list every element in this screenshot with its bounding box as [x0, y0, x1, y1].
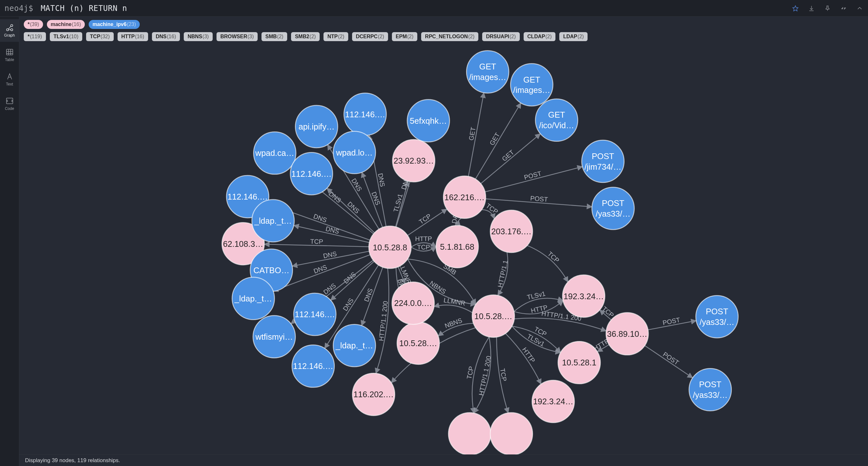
- graph-node[interactable]: 116.202.…: [352, 373, 395, 415]
- graph-edge-label: TCP: [499, 368, 508, 382]
- node-label-row: *(39)machine(16)machine_ipv6(23): [24, 20, 864, 29]
- graph-node[interactable]: 10.5.28.1: [558, 341, 600, 384]
- graph-edge-label: TCP: [547, 250, 561, 264]
- graph-edge-label: HTTP: [415, 235, 432, 242]
- node-label-tag[interactable]: machine(16): [47, 20, 85, 29]
- relationship-type-tag[interactable]: DCERPC(2): [352, 32, 388, 41]
- svg-point-75: [232, 278, 275, 320]
- sidebar-item-graph[interactable]: Graph: [0, 19, 19, 42]
- relationship-type-tag[interactable]: SMB(2): [261, 32, 287, 41]
- sidebar-item-text[interactable]: Text: [0, 68, 19, 91]
- favorite-icon[interactable]: [792, 4, 799, 12]
- status-bar: Displaying 39 nodes, 119 relationships.: [19, 455, 868, 466]
- relationship-type-tag[interactable]: SMB2(2): [291, 32, 320, 41]
- relationship-type-tag[interactable]: HTTP(16): [118, 32, 148, 41]
- svg-point-77: [293, 293, 336, 336]
- graph-node[interactable]: GET/images…: [466, 51, 509, 93]
- svg-point-3: [10, 29, 13, 31]
- graph-edge[interactable]: [458, 218, 462, 226]
- graph-node[interactable]: 112.146.…: [290, 152, 333, 195]
- graph-node[interactable]: POST/jim734/…: [582, 140, 624, 182]
- graph-edge[interactable]: [514, 318, 606, 331]
- sidebar-item-table[interactable]: Table: [0, 44, 19, 66]
- relationship-type-tag[interactable]: NBNS(3): [184, 32, 213, 41]
- graph-node[interactable]: 162.216.…: [443, 176, 486, 219]
- relationship-type-tag[interactable]: DRSUAPI(2): [482, 32, 520, 41]
- graph-node[interactable]: 36.89.10…: [606, 313, 648, 355]
- graph-canvas[interactable]: DNSDNSDNSDNSDNSDNSDNSTCPDNSDNSDNSDNSDNSD…: [19, 42, 868, 455]
- svg-point-79: [253, 316, 296, 358]
- sidebar-item-label: Graph: [4, 33, 15, 38]
- graph-node[interactable]: POST/yas33/…: [696, 296, 738, 338]
- svg-point-45: [582, 140, 624, 182]
- status-text: Displaying 39 nodes, 119 relationships.: [25, 457, 120, 464]
- svg-point-34: [448, 413, 491, 455]
- graph-edge-label: DNS: [325, 225, 340, 235]
- graph-node[interactable]: GET/images…: [510, 64, 553, 106]
- graph-node[interactable]: 112.146.…: [292, 345, 334, 387]
- graph-node[interactable]: 10.5.28.…: [472, 295, 515, 338]
- svg-point-65: [253, 132, 296, 174]
- sidebar-item-label: Code: [5, 106, 14, 111]
- query-text[interactable]: MATCH (n) RETURN n: [41, 4, 127, 13]
- relationship-type-tag[interactable]: DNS(16): [152, 32, 180, 41]
- collapse-icon[interactable]: [840, 4, 847, 12]
- relationship-type-tag[interactable]: EPM(2): [392, 32, 417, 41]
- svg-point-42: [535, 99, 578, 141]
- graph-node[interactable]: 192.3.24…: [532, 380, 575, 423]
- relationship-type-tag[interactable]: NTP(2): [323, 32, 348, 41]
- result-view-sidebar: Graph Table Text Code: [0, 17, 19, 466]
- graph-edge[interactable]: [434, 305, 472, 313]
- relationship-type-tag[interactable]: BROWSER(3): [217, 32, 258, 41]
- graph-node[interactable]: 10.5.28.8: [369, 226, 411, 268]
- graph-node[interactable]: 23.92.93…: [393, 140, 435, 182]
- relationship-type-tag[interactable]: TLSv1(10): [50, 32, 82, 41]
- svg-point-54: [689, 369, 732, 411]
- relationship-type-tag[interactable]: LDAP(2): [559, 32, 588, 41]
- graph-node[interactable]: 112.146.…: [344, 93, 386, 136]
- graph-node[interactable]: api.ipify…: [295, 106, 338, 148]
- graph-node[interactable]: 192.3.24…: [562, 275, 605, 317]
- node-label-tag[interactable]: *(39): [24, 20, 43, 29]
- relationship-type-tag[interactable]: RPC_NETLOGON(2): [421, 32, 478, 41]
- graph-node[interactable]: POST/yas33/…: [689, 369, 732, 411]
- graph-edge[interactable]: [527, 245, 568, 282]
- graph-node[interactable]: [448, 413, 491, 455]
- pin-icon[interactable]: [824, 4, 831, 12]
- relationship-type-tag[interactable]: *(119): [24, 32, 46, 41]
- node-label-tag[interactable]: machine_ipv6(23): [89, 20, 140, 29]
- graph-node[interactable]: wtfismyi…: [253, 316, 296, 358]
- graph-node[interactable]: 224.0.0.…: [392, 282, 434, 324]
- filter-bar: *(39)machine(16)machine_ipv6(23) *(119)T…: [19, 17, 868, 42]
- relationship-type-tag[interactable]: TCP(32): [86, 32, 114, 41]
- svg-point-32: [532, 380, 575, 423]
- graph-node[interactable]: wpad.ca…: [253, 132, 296, 174]
- svg-point-71: [252, 200, 294, 242]
- graph-node[interactable]: POST/yas33/…: [592, 187, 634, 230]
- graph-node[interactable]: GET/ico/Vid…: [535, 99, 578, 141]
- graph-edge[interactable]: [485, 167, 582, 192]
- svg-point-12: [443, 176, 486, 219]
- graph-node[interactable]: wpad.lo…: [333, 132, 375, 174]
- graph-node[interactable]: _ldap._t…: [333, 324, 375, 367]
- graph-node[interactable]: 5efxqhk…: [407, 99, 450, 142]
- graph-node[interactable]: 112.146.…: [293, 293, 336, 336]
- svg-point-22: [558, 341, 600, 384]
- graph-node[interactable]: 203.176.…: [490, 210, 533, 253]
- graph-edge-label: DNS: [346, 200, 361, 215]
- graph-node[interactable]: _ldap._t…: [232, 278, 275, 320]
- graph-edge[interactable]: [475, 103, 521, 179]
- graph-edge[interactable]: [645, 346, 692, 378]
- download-icon[interactable]: [808, 4, 815, 12]
- graph-node[interactable]: _ldap._t…: [252, 200, 294, 242]
- svg-point-63: [333, 132, 375, 174]
- prompt-label: neo4j$: [4, 4, 33, 13]
- graph-node[interactable]: [490, 413, 533, 455]
- sidebar-item-code[interactable]: Code: [0, 92, 19, 115]
- chevron-up-icon[interactable]: [856, 4, 864, 12]
- graph-node[interactable]: 5.1.81.68: [436, 226, 478, 268]
- graph-edge-label: TCP: [485, 202, 499, 215]
- relationship-type-tag[interactable]: CLDAP(2): [524, 32, 556, 41]
- svg-point-35: [490, 413, 533, 455]
- graph-node[interactable]: 10.5.28.…: [397, 322, 439, 365]
